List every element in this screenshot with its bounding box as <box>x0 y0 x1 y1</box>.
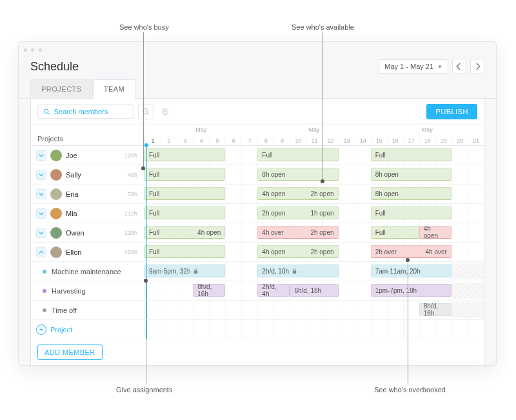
project-timeline: 9am-5pm, 32h2h/d, 10h7am-11am, 20h <box>144 262 484 281</box>
member-name: Mia <box>66 210 77 217</box>
traffic-light-dot <box>31 48 34 52</box>
tab-row: PROJECTS TEAM <box>19 79 496 99</box>
availability-block[interactable]: 4h open2h open <box>257 187 338 200</box>
assignment-block[interactable]: 6h/d, 18h <box>290 284 338 297</box>
plus-circle-icon <box>161 108 169 115</box>
assignment-block[interactable]: 8h/d, 16h <box>419 303 452 316</box>
callout-busy: See who's busy <box>119 23 169 31</box>
day-col: 3 <box>177 137 193 144</box>
expand-toggle[interactable] <box>36 189 46 199</box>
plus-circle-icon: + <box>36 325 46 335</box>
member-hours: 40h <box>128 172 137 178</box>
chevron-right-icon <box>473 63 481 70</box>
expand-toggle[interactable] <box>36 208 46 219</box>
lock-icon <box>292 268 297 274</box>
add-project-row[interactable]: +Project <box>31 320 484 339</box>
add-member-button[interactable]: ADD MEMBER <box>37 345 103 360</box>
assignment-block[interactable]: 2h/d, 10h <box>257 265 338 277</box>
add-button[interactable] <box>157 104 173 119</box>
member-name: Ena <box>66 190 79 198</box>
chevron-down-icon <box>39 172 44 177</box>
project-row: Machine maintenance9am-5pm, 32h2h/d, 10h… <box>31 262 484 281</box>
availability-block[interactable]: 2h over4h over <box>371 245 452 258</box>
day-col: 8 <box>257 137 273 144</box>
assignment-block[interactable]: 7am-11am, 20h <box>371 265 452 277</box>
day-col: 4 <box>193 137 209 144</box>
availability-block[interactable]: Full <box>371 148 452 161</box>
member-hours: 120h <box>124 152 137 159</box>
availability-block[interactable]: 8h open <box>257 168 338 181</box>
member-timeline: Full4h open4h over2h openFull4h open <box>144 223 484 242</box>
member-row: Ena72hFull4h open2h open8h open <box>31 185 484 204</box>
member-hours: 72h <box>128 191 137 197</box>
prev-button[interactable] <box>452 59 466 74</box>
publish-button[interactable]: PUBLISH <box>426 104 477 119</box>
project-timeline: 8h/d, 16h2h/d, 4h6h/d, 18h1pm-7pm, 18h <box>144 281 484 300</box>
member-row: Joe120hFullFullFull <box>31 146 484 165</box>
search-input-wrap[interactable] <box>37 105 134 119</box>
app-window: Schedule May 1 - May 21 ▼ PROJECTS TEAM <box>18 41 497 366</box>
availability-block[interactable]: 8h open <box>371 187 452 200</box>
expand-toggle[interactable] <box>36 170 46 180</box>
availability-block[interactable]: Full4h open <box>144 226 225 239</box>
schedule-grid: Projects MayMayMay 123456789101112131415… <box>31 125 484 366</box>
avatar <box>50 188 62 200</box>
availability-block[interactable]: Full <box>144 168 225 181</box>
month-label: May <box>422 126 433 133</box>
availability-block[interactable]: 4h open2h open <box>257 245 338 258</box>
traffic-light-dot <box>24 48 27 52</box>
search-input[interactable] <box>54 108 129 115</box>
project-bullet <box>43 289 46 293</box>
month-label: May <box>195 126 206 133</box>
avatar <box>50 246 62 258</box>
avatar <box>50 150 62 161</box>
availability-block[interactable]: Full <box>257 148 338 161</box>
day-col: 9 <box>273 137 290 144</box>
assignment-block[interactable]: 1pm-7pm, 18h <box>371 284 452 297</box>
availability-block[interactable]: 8h open <box>371 168 452 181</box>
project-name: Harvesting <box>52 287 86 295</box>
svg-line-1 <box>48 113 50 115</box>
page-title: Schedule <box>30 60 79 74</box>
filter-button[interactable] <box>138 104 154 119</box>
day-col: 2 <box>161 137 177 144</box>
member-row: Mia112hFull2h open1h openFull <box>31 204 484 223</box>
month-label: May <box>308 126 319 133</box>
availability-block[interactable]: Full <box>371 206 452 219</box>
callout-assign-dot <box>144 279 148 283</box>
date-range-picker[interactable]: May 1 - May 21 ▼ <box>379 59 448 74</box>
day-col: 13 <box>339 137 355 144</box>
callout-overbooked-line <box>408 262 408 385</box>
availability-block[interactable]: Full <box>144 148 225 161</box>
day-col: 18 <box>419 137 435 144</box>
project-timeline: 8h/d, 16h <box>144 301 484 319</box>
assignment-block[interactable]: 9am-5pm, 32h <box>144 265 225 277</box>
expand-toggle[interactable] <box>36 150 46 161</box>
member-hours: 120h <box>124 249 137 255</box>
expand-toggle[interactable] <box>36 228 46 238</box>
non-working-hatch <box>452 302 484 318</box>
assignment-block[interactable]: 8h/d, 16h <box>193 284 225 297</box>
day-col: 5 <box>209 137 225 144</box>
callout-available-dot <box>321 179 324 183</box>
next-button[interactable] <box>470 59 484 74</box>
availability-block[interactable]: Full <box>144 245 225 258</box>
availability-block[interactable]: 4h open <box>419 226 452 239</box>
project-bullet <box>43 308 46 312</box>
day-col: 1 <box>144 137 161 144</box>
member-name: Joe <box>66 152 77 159</box>
availability-block[interactable]: Full <box>144 206 225 219</box>
availability-block[interactable]: Full <box>371 226 419 239</box>
availability-block[interactable]: Full <box>144 187 225 200</box>
member-timeline: Full4h open2h open8h open <box>144 185 484 203</box>
traffic-light-dot <box>39 48 42 52</box>
tab-team[interactable]: TEAM <box>93 79 136 99</box>
availability-block[interactable]: 4h over2h open <box>257 226 338 239</box>
tab-projects[interactable]: PROJECTS <box>30 79 93 98</box>
day-col: 15 <box>371 137 387 144</box>
callout-busy-line <box>143 32 144 166</box>
collapse-toggle[interactable] <box>36 247 46 257</box>
availability-block[interactable]: 2h open1h open <box>257 206 338 219</box>
callout-busy-dot <box>141 166 145 170</box>
assignment-block[interactable]: 2h/d, 4h <box>257 284 290 297</box>
